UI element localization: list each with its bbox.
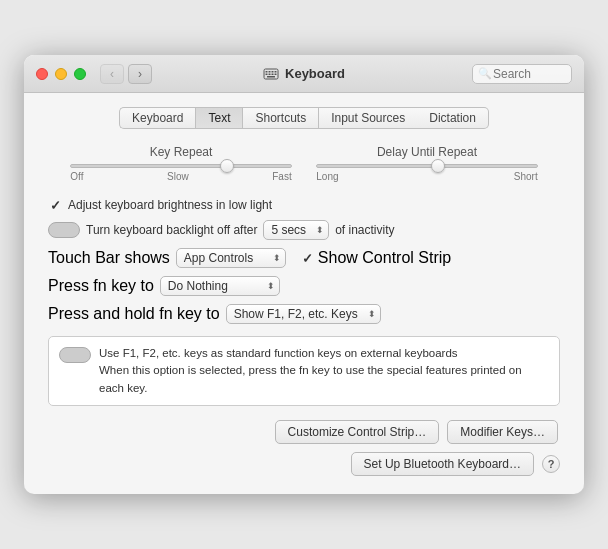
- tab-dictation[interactable]: Dictation: [417, 107, 489, 129]
- modifier-keys-button[interactable]: Modifier Keys…: [447, 420, 558, 444]
- backlight-label: Turn keyboard backlight off after: [86, 223, 257, 237]
- key-repeat-sublabels: Off Slow Fast: [70, 171, 291, 182]
- sliders-section: Key Repeat Off Slow Fast Delay Until Rep…: [48, 145, 560, 182]
- fn-hold-row: Press and hold fn key to Show F1, F2, et…: [48, 304, 560, 324]
- external-kbd-text: Use F1, F2, etc. keys as standard functi…: [99, 345, 549, 397]
- key-repeat-fast: Fast: [272, 171, 291, 182]
- fn-row: Press fn key to Do Nothing: [48, 276, 560, 296]
- delay-repeat-sublabels: Long Short: [316, 171, 537, 182]
- content-area: Keyboard Text Shortcuts Input Sources Di…: [24, 93, 584, 494]
- settings-rows: ✓ Adjust keyboard brightness in low ligh…: [48, 198, 560, 406]
- touchbar-select[interactable]: App Controls: [176, 248, 286, 268]
- backlight-suffix: of inactivity: [335, 223, 394, 237]
- traffic-lights: [36, 68, 86, 80]
- svg-rect-3: [272, 71, 274, 73]
- window-title: Keyboard: [285, 66, 345, 81]
- fn-hold-label: Press and hold fn key to: [48, 305, 220, 323]
- titlebar: ‹ › Keyboard 🔍: [24, 55, 584, 93]
- bluetooth-keyboard-button[interactable]: Set Up Bluetooth Keyboard…: [351, 452, 534, 476]
- tabs-bar: Keyboard Text Shortcuts Input Sources Di…: [48, 107, 560, 129]
- brightness-row: ✓ Adjust keyboard brightness in low ligh…: [48, 198, 560, 212]
- svg-rect-5: [266, 73, 268, 75]
- external-kbd-row: Use F1, F2, etc. keys as standard functi…: [59, 345, 549, 397]
- search-container: 🔍: [472, 64, 572, 84]
- forward-button[interactable]: ›: [128, 64, 152, 84]
- touchbar-row: Touch Bar shows App Controls ✓ Show Cont…: [48, 248, 560, 268]
- control-strip-label: Show Control Strip: [318, 249, 451, 267]
- control-strip-checkmark: ✓: [302, 251, 313, 266]
- fn-hold-select[interactable]: Show F1, F2, etc. Keys: [226, 304, 381, 324]
- fn-select[interactable]: Do Nothing: [160, 276, 280, 296]
- key-repeat-group: Key Repeat Off Slow Fast: [70, 145, 291, 182]
- fn-hold-select-wrapper: Show F1, F2, etc. Keys: [226, 304, 381, 324]
- bottom-row2: Set Up Bluetooth Keyboard… ?: [48, 452, 560, 476]
- fn-hold-value: Show F1, F2, etc. Keys: [234, 307, 358, 321]
- svg-rect-9: [267, 76, 275, 78]
- tab-shortcuts[interactable]: Shortcuts: [242, 107, 318, 129]
- backlight-select-wrapper: 5 secs: [263, 220, 329, 240]
- tab-keyboard[interactable]: Keyboard: [119, 107, 195, 129]
- control-strip-area: ✓ Show Control Strip: [302, 249, 451, 267]
- svg-rect-7: [272, 73, 274, 75]
- brightness-checkmark: ✓: [50, 198, 61, 213]
- window-title-area: Keyboard: [263, 66, 345, 82]
- touchbar-select-wrapper: App Controls: [176, 248, 286, 268]
- svg-rect-4: [275, 71, 277, 73]
- delay-long: Long: [316, 171, 338, 182]
- external-kbd-section: Use F1, F2, etc. keys as standard functi…: [48, 336, 560, 406]
- brightness-checkbox[interactable]: ✓: [48, 198, 62, 212]
- key-repeat-off: Off: [70, 171, 83, 182]
- svg-rect-2: [269, 71, 271, 73]
- nav-buttons: ‹ ›: [100, 64, 152, 84]
- svg-rect-6: [269, 73, 271, 75]
- backlight-row: Turn keyboard backlight off after 5 secs…: [48, 220, 560, 240]
- backlight-select[interactable]: 5 secs: [263, 220, 329, 240]
- brightness-label: Adjust keyboard brightness in low light: [68, 198, 272, 212]
- svg-rect-1: [266, 71, 268, 73]
- close-button[interactable]: [36, 68, 48, 80]
- keyboard-window: ‹ › Keyboard 🔍: [24, 55, 584, 494]
- delay-repeat-track[interactable]: [316, 164, 537, 168]
- bottom-buttons-row1: Customize Control Strip… Modifier Keys…: [48, 420, 560, 444]
- maximize-button[interactable]: [74, 68, 86, 80]
- delay-repeat-group: Delay Until Repeat Long Short: [316, 145, 537, 182]
- key-repeat-label: Key Repeat: [150, 145, 213, 159]
- fn-label: Press fn key to: [48, 277, 154, 295]
- keyboard-icon: [263, 66, 279, 82]
- back-button[interactable]: ‹: [100, 64, 124, 84]
- fn-select-wrapper: Do Nothing: [160, 276, 280, 296]
- touchbar-value: App Controls: [184, 251, 253, 265]
- backlight-value: 5 secs: [271, 223, 306, 237]
- tab-input-sources[interactable]: Input Sources: [318, 107, 417, 129]
- external-kbd-toggle[interactable]: [59, 347, 91, 363]
- touchbar-label: Touch Bar shows: [48, 249, 170, 267]
- backlight-toggle[interactable]: [48, 222, 80, 238]
- minimize-button[interactable]: [55, 68, 67, 80]
- svg-rect-8: [275, 73, 277, 75]
- customize-control-strip-button[interactable]: Customize Control Strip…: [275, 420, 440, 444]
- tab-text[interactable]: Text: [195, 107, 242, 129]
- external-kbd-line1: Use F1, F2, etc. keys as standard functi…: [99, 347, 458, 359]
- key-repeat-slow: Slow: [167, 171, 189, 182]
- key-repeat-track[interactable]: [70, 164, 291, 168]
- fn-value: Do Nothing: [168, 279, 228, 293]
- help-button[interactable]: ?: [542, 455, 560, 473]
- external-kbd-line2: When this option is selected, press the …: [99, 364, 522, 393]
- delay-repeat-label: Delay Until Repeat: [377, 145, 477, 159]
- search-input[interactable]: [472, 64, 572, 84]
- delay-short: Short: [514, 171, 538, 182]
